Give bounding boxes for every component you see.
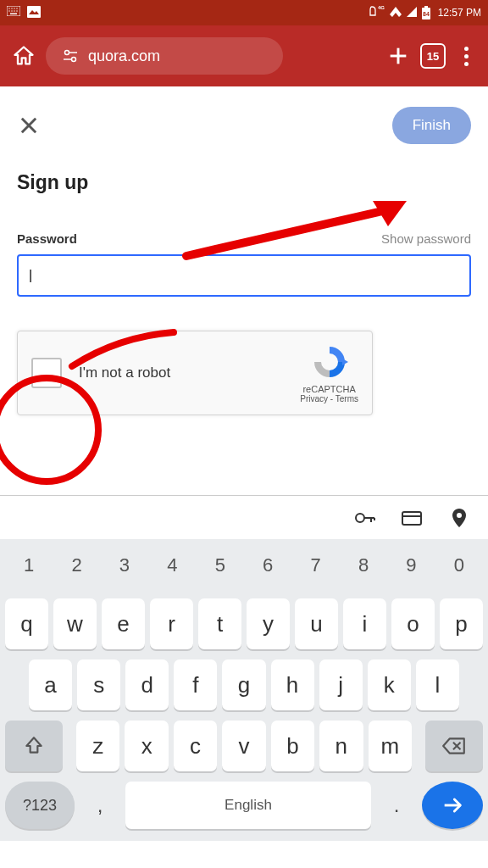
key-d[interactable]: d bbox=[125, 659, 169, 710]
key-f[interactable]: f bbox=[174, 659, 217, 710]
page-title: Sign up bbox=[17, 171, 471, 194]
key-s[interactable]: s bbox=[77, 659, 120, 710]
page-content: Finish Sign up Password Show password I'… bbox=[0, 86, 488, 436]
key-o[interactable]: o bbox=[391, 598, 435, 649]
close-icon[interactable] bbox=[17, 114, 41, 137]
key-c[interactable]: c bbox=[174, 721, 217, 771]
svg-point-31 bbox=[457, 513, 462, 518]
signal-icon bbox=[406, 6, 418, 20]
space-key[interactable]: English bbox=[125, 782, 371, 829]
key-x[interactable]: x bbox=[125, 721, 168, 771]
key-4[interactable]: 4 bbox=[148, 546, 196, 585]
password-input[interactable] bbox=[17, 254, 471, 297]
key-b[interactable]: b bbox=[271, 721, 314, 771]
clock-time: 12:57 PM bbox=[438, 7, 481, 19]
key-j[interactable]: j bbox=[319, 659, 363, 710]
new-tab-icon[interactable] bbox=[386, 44, 410, 68]
key-h[interactable]: h bbox=[271, 659, 314, 710]
key-e[interactable]: e bbox=[102, 598, 145, 649]
svg-point-25 bbox=[356, 514, 364, 522]
svg-point-17 bbox=[72, 58, 76, 62]
recaptcha-label: I'm not a robot bbox=[79, 364, 300, 381]
password-key-icon[interactable] bbox=[352, 506, 376, 530]
key-k[interactable]: k bbox=[368, 659, 411, 710]
key-a[interactable]: a bbox=[29, 659, 72, 710]
recaptcha-brand: reCAPTCHA bbox=[300, 384, 358, 394]
svg-rect-9 bbox=[10, 13, 17, 14]
svg-point-5 bbox=[8, 10, 9, 11]
recaptcha-links[interactable]: Privacy - Terms bbox=[300, 394, 358, 403]
svg-point-8 bbox=[16, 10, 17, 11]
home-icon[interactable] bbox=[12, 44, 36, 68]
key-8[interactable]: 8 bbox=[340, 546, 387, 585]
key-7[interactable]: 7 bbox=[291, 546, 339, 585]
svg-marker-23 bbox=[342, 359, 348, 365]
menu-button[interactable] bbox=[456, 46, 476, 66]
status-bar: 4G 84 12:57 PM bbox=[0, 0, 488, 25]
svg-point-1 bbox=[8, 8, 9, 8]
key-6[interactable]: 6 bbox=[244, 546, 291, 585]
key-l[interactable]: l bbox=[416, 659, 459, 710]
key-y[interactable]: y bbox=[247, 598, 290, 649]
recaptcha-logo-icon bbox=[311, 343, 348, 381]
image-icon bbox=[27, 6, 41, 20]
key-z[interactable]: z bbox=[76, 721, 119, 771]
key-2[interactable]: 2 bbox=[53, 546, 100, 585]
svg-point-7 bbox=[14, 10, 14, 11]
key-q[interactable]: q bbox=[5, 598, 48, 649]
key-g[interactable]: g bbox=[222, 659, 265, 710]
wifi-icon bbox=[389, 6, 402, 20]
key-p[interactable]: p bbox=[440, 598, 483, 649]
key-9[interactable]: 9 bbox=[387, 546, 435, 585]
url-text: quora.com bbox=[88, 47, 160, 65]
enter-key[interactable] bbox=[422, 782, 483, 829]
show-password-link[interactable]: Show password bbox=[381, 231, 471, 246]
svg-text:4G: 4G bbox=[378, 5, 385, 10]
key-n[interactable]: n bbox=[319, 721, 363, 771]
location-pin-icon[interactable] bbox=[447, 506, 471, 530]
svg-point-4 bbox=[16, 8, 17, 8]
tab-count-button[interactable]: 15 bbox=[420, 43, 446, 69]
keyboard-indicator-icon bbox=[7, 6, 20, 20]
keyboard-toolbar bbox=[0, 495, 488, 539]
key-5[interactable]: 5 bbox=[197, 546, 244, 585]
key-u[interactable]: u bbox=[295, 598, 338, 649]
svg-text:84: 84 bbox=[423, 11, 430, 17]
finish-button[interactable]: Finish bbox=[392, 107, 471, 144]
key-v[interactable]: v bbox=[222, 721, 265, 771]
svg-point-3 bbox=[14, 8, 14, 8]
credit-card-icon[interactable] bbox=[400, 506, 424, 530]
site-settings-icon bbox=[63, 48, 78, 64]
password-label: Password bbox=[17, 231, 77, 246]
period-key[interactable]: . bbox=[376, 782, 417, 829]
shift-key[interactable] bbox=[5, 721, 63, 771]
key-3[interactable]: 3 bbox=[101, 546, 148, 585]
key-w[interactable]: w bbox=[53, 598, 97, 649]
url-bar[interactable]: quora.com bbox=[46, 37, 283, 75]
key-m[interactable]: m bbox=[369, 721, 412, 771]
key-1[interactable]: 1 bbox=[5, 546, 53, 585]
recaptcha-widget: I'm not a robot reCAPTCHA Privacy - Term… bbox=[17, 331, 373, 415]
recaptcha-checkbox[interactable] bbox=[31, 358, 62, 388]
browser-toolbar: quora.com 15 bbox=[0, 25, 488, 86]
svg-rect-29 bbox=[402, 512, 421, 525]
battery-icon: 84 bbox=[421, 6, 431, 19]
key-r[interactable]: r bbox=[150, 598, 193, 649]
svg-rect-13 bbox=[424, 6, 428, 8]
svg-point-15 bbox=[65, 51, 69, 55]
key-t[interactable]: t bbox=[198, 598, 241, 649]
backspace-key[interactable] bbox=[425, 721, 483, 771]
key-i[interactable]: i bbox=[343, 598, 386, 649]
volte-icon: 4G bbox=[369, 5, 385, 21]
comma-key[interactable]: , bbox=[80, 782, 120, 829]
key-0[interactable]: 0 bbox=[435, 546, 483, 585]
svg-marker-24 bbox=[373, 201, 407, 226]
symbols-key[interactable]: ?123 bbox=[5, 782, 75, 829]
virtual-keyboard: 1234567890 qwertyuiop asdfghjkl zxcvbnm … bbox=[0, 539, 488, 841]
svg-point-2 bbox=[11, 8, 12, 8]
svg-point-6 bbox=[11, 10, 12, 11]
